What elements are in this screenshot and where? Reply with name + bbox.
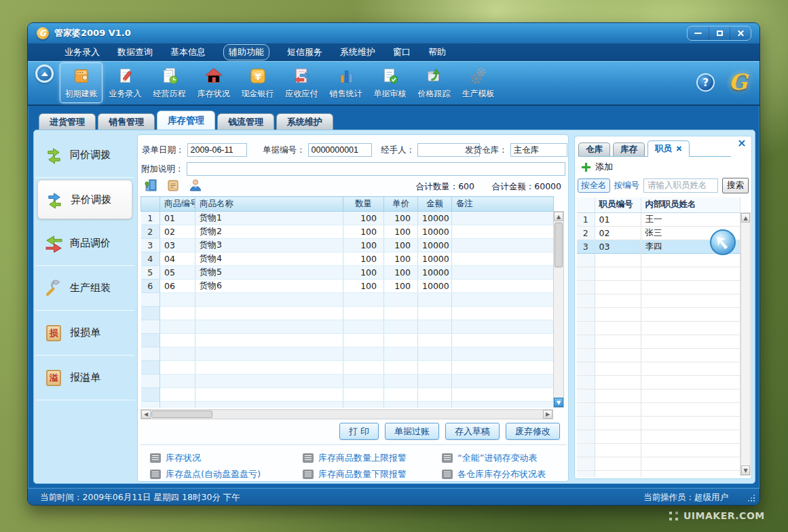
title-bar[interactable]: G 管家婆2009 V1.0: [28, 23, 759, 43]
minimize-button[interactable]: [688, 26, 709, 40]
scroll-up-button[interactable]: ▲: [741, 213, 750, 223]
scroll-right-button[interactable]: ▶: [543, 410, 552, 419]
menu-item-auxiliary[interactable]: 辅助功能: [223, 44, 269, 60]
tab-close-icon[interactable]: [676, 146, 682, 152]
scroll-up-button[interactable]: ▲: [554, 212, 563, 221]
scroll-left-button[interactable]: ◀: [141, 410, 151, 419]
wrench-icon: [44, 279, 63, 298]
toolbar-button-business-entry[interactable]: 业务录入: [104, 62, 147, 103]
help-button[interactable]: ?: [696, 73, 715, 92]
toolbar-button-receivables-payables[interactable]: 应收应付: [280, 62, 323, 103]
status-time: 当前时间：2009年06月11日 星期四 18时30分 下午: [40, 492, 240, 504]
menu-item-sms-service[interactable]: 短信服务: [287, 46, 322, 58]
item-row[interactable]: 2 02 货物2 100 100 10000: [141, 225, 554, 239]
menu-item-basic-info[interactable]: 基本信息: [170, 46, 206, 58]
person-icon[interactable]: [189, 178, 202, 192]
save-draft-button[interactable]: 存入草稿: [445, 423, 500, 440]
item-row[interactable]: 3 03 货物3 100 100 10000: [141, 239, 554, 252]
sidebar-item-price-adjust[interactable]: 商品调价: [35, 221, 134, 266]
staff-row[interactable]: 1 01 王一: [577, 212, 740, 226]
menu-item-window[interactable]: 窗口: [393, 46, 411, 58]
toolbar-button-initial-setup[interactable]: 初期建账: [60, 62, 102, 103]
toolbar-button-price-tracking[interactable]: 价格跟踪: [413, 62, 455, 103]
warehouse-field[interactable]: [510, 143, 567, 157]
item-row[interactable]: 4 04 货物4 100 100 10000: [141, 252, 554, 266]
item-code-cell: 02: [160, 225, 195, 239]
menu-item-business-entry[interactable]: 业务录入: [64, 46, 100, 58]
scroll-down-button[interactable]: ▼: [554, 398, 563, 407]
empty-row: [141, 402, 554, 408]
side-tab-warehouse[interactable]: 仓库: [578, 142, 610, 156]
entry-icon: [115, 66, 136, 86]
question-icon: ?: [702, 77, 709, 89]
sidebar-item-same-price-transfer[interactable]: 同价调拨: [35, 133, 134, 178]
staff-vertical-scrollbar[interactable]: ▲ ▼: [740, 212, 751, 476]
side-panel-tabs: 仓库 库存 职员: [578, 140, 731, 157]
resize-grip[interactable]: [745, 493, 755, 501]
item-row[interactable]: 5 05 货物5 100 100 10000: [141, 266, 554, 280]
sidebar-item-production-assembly[interactable]: 生产组装: [35, 266, 134, 311]
maximize-button[interactable]: [709, 26, 730, 40]
empty-row: [577, 321, 740, 335]
overflow-stamp-glyph: 溢: [46, 370, 61, 386]
toolbar-button-production-template[interactable]: 生产模板: [457, 62, 500, 103]
close-button[interactable]: [730, 26, 751, 40]
add-staff-button[interactable]: 添加: [582, 161, 613, 173]
toolbar-button-operation-history[interactable]: 经营历程: [148, 62, 191, 103]
sidebar: 同价调拨 异价调拨 商品调价: [35, 133, 134, 482]
toolbar-button-cash-bank[interactable]: ¥ 现金银行: [236, 62, 279, 103]
menu-item-help[interactable]: 帮助: [428, 46, 446, 58]
post-document-button[interactable]: 单据过账: [385, 423, 439, 440]
tab-system[interactable]: 系统维护: [276, 113, 333, 130]
search-by-code-toggle[interactable]: 按编号: [614, 180, 640, 191]
scroll-thumb[interactable]: [555, 223, 563, 267]
hscroll-thumb[interactable]: [151, 411, 212, 418]
sidebar-item-diff-price-transfer[interactable]: 异价调拨: [37, 180, 132, 219]
column-header-qty: 数量: [343, 197, 384, 212]
date-field[interactable]: [187, 143, 247, 157]
item-code-cell: 04: [160, 252, 195, 266]
empty-row: [141, 320, 554, 334]
search-by-name-toggle[interactable]: 按全名: [578, 178, 610, 193]
note-field[interactable]: [187, 162, 565, 176]
toolbar-button-inventory-status[interactable]: 库存状况: [192, 62, 235, 103]
staff-search-input[interactable]: [643, 178, 718, 193]
item-row[interactable]: 1 01 货物1 100 100 10000: [141, 212, 554, 225]
qty-cell: 100: [343, 280, 384, 293]
doc-no-field[interactable]: [308, 143, 372, 157]
side-tab-staff[interactable]: 职员: [648, 140, 690, 157]
collapse-toolbar-button[interactable]: [35, 64, 54, 83]
link-stock-upper-limit-alarm[interactable]: 库存商品数量上限报警: [303, 452, 432, 464]
audit-check-icon: [380, 66, 400, 86]
tab-purchase[interactable]: 进货管理: [39, 113, 96, 130]
tab-cashflow[interactable]: 钱流管理: [217, 113, 274, 130]
menu-item-system-maintenance[interactable]: 系统维护: [340, 46, 375, 58]
scroll-down-button[interactable]: ▼: [741, 466, 750, 475]
link-warehouse-distribution[interactable]: 各仓库库存分布状况表: [442, 468, 567, 480]
items-horizontal-scrollbar[interactable]: ◀ ▶: [140, 409, 553, 419]
tab-sales[interactable]: 销售管理: [98, 113, 155, 130]
sidebar-item-loss-report[interactable]: 损 报损单: [35, 311, 134, 356]
note-label: 附加说明：: [141, 164, 184, 175]
item-code-cell: 06: [160, 280, 195, 293]
goods-box-icon[interactable]: [166, 178, 180, 192]
side-panel-close-button[interactable]: [737, 138, 747, 148]
side-tab-inventory[interactable]: 库存: [613, 142, 645, 156]
link-stock-lower-limit-alarm[interactable]: 库存商品数量下限报警: [303, 468, 432, 480]
menu-item-data-query[interactable]: 数据查询: [117, 46, 153, 58]
amount-cell: 10000: [418, 280, 452, 293]
toolbar-button-sales-stats[interactable]: 销售统计: [324, 62, 367, 103]
items-vertical-scrollbar[interactable]: ▲ ▼: [553, 211, 564, 408]
search-button[interactable]: 搜索: [722, 178, 749, 193]
sidebar-item-overflow-report[interactable]: 溢 报溢单: [35, 356, 134, 400]
link-allround-movement-table[interactable]: “全能”进销存变动表: [442, 452, 567, 464]
toolbar-button-doc-audit[interactable]: 单据审核: [369, 62, 411, 103]
warehouse-building-icon[interactable]: [144, 178, 157, 192]
link-inventory-status[interactable]: 库存状况: [150, 452, 293, 464]
item-row[interactable]: 6 06 货物6 100 100 10000: [141, 280, 554, 293]
link-stocktake-auto[interactable]: 库存盘点(自动盘盈盘亏): [150, 468, 293, 480]
print-button[interactable]: 打 印: [339, 423, 379, 440]
discard-changes-button[interactable]: 废弃修改: [506, 423, 560, 440]
row-number-cell: 3: [141, 239, 160, 252]
tab-inventory[interactable]: 库存管理: [157, 111, 215, 130]
